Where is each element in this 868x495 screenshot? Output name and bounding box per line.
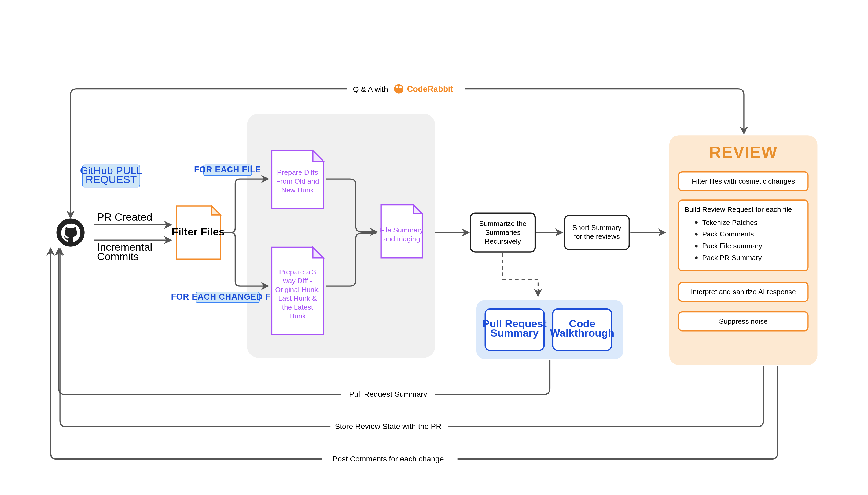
return3-label: Post Comments for each change <box>332 455 444 463</box>
for-each-changed-tag: FOR EACH CHANGED FILE <box>171 292 284 303</box>
github-pull-request-badge: GitHub PULL REQUEST <box>80 165 142 187</box>
prepare-diffs-node: Prepare Diffs From Old and New Hunk <box>272 151 323 208</box>
bullet-tokenize: Tokenize Patches <box>702 219 758 226</box>
svg-point-29 <box>695 233 698 236</box>
review-title: REVIEW <box>709 143 778 161</box>
svg-text:Summaries: Summaries <box>485 228 521 237</box>
filter-files-label: Filter Files <box>172 226 225 238</box>
svg-text:Short Summary: Short Summary <box>572 224 622 232</box>
svg-text:Prepare Diffs: Prepare Diffs <box>277 168 318 176</box>
svg-point-30 <box>695 244 698 247</box>
brand-name: CodeRabbit <box>407 84 453 94</box>
return1-label: Pull Request Summary <box>349 390 427 398</box>
svg-point-35 <box>400 86 402 88</box>
svg-text:and triaging: and triaging <box>383 235 420 243</box>
svg-text:File Summary: File Summary <box>380 226 424 234</box>
svg-text:Original Hunk,: Original Hunk, <box>275 286 320 294</box>
svg-text:Prepare a 3: Prepare a 3 <box>279 268 316 276</box>
for-each-file-tag: FOR EACH FILE <box>194 165 261 175</box>
github-pr-line2: REQUEST <box>86 173 137 185</box>
svg-text:Summary: Summary <box>490 327 538 339</box>
svg-text:the Latest: the Latest <box>282 303 313 311</box>
review-panel: REVIEW Filter files with cosmetic change… <box>669 135 817 365</box>
for-each-changed-text: FOR EACH CHANGED FILE <box>171 292 284 302</box>
filter-files-node: Filter Files <box>172 206 225 259</box>
file-summary-node: File Summary and triaging <box>380 205 424 258</box>
summarize-node: Summarize the Summaries Recursively <box>471 213 535 252</box>
svg-point-28 <box>695 221 698 224</box>
svg-text:way Diff -: way Diff - <box>283 277 312 285</box>
summary-walkthrough-panel: Pull Request Summary Code Walkthrough <box>476 300 623 359</box>
svg-text:New Hunk: New Hunk <box>281 186 314 194</box>
review-interpret-text: Interpret and sanitize AI response <box>691 288 796 296</box>
bullet-pack-pr: Pack PR Summary <box>702 254 762 262</box>
label-incremental-l2: Commits <box>97 251 139 262</box>
bullet-pack-file: Pack File summary <box>702 242 762 250</box>
svg-point-34 <box>396 86 398 88</box>
qa-label-group: Q & A with CodeRabbit <box>347 82 465 95</box>
review-build-header: Build Review Request for each file <box>685 205 792 214</box>
review-filter-cosmetic-text: Filter files with cosmetic changes <box>692 177 795 185</box>
review-suppress-text: Suppress noise <box>719 317 768 325</box>
svg-text:From Old and: From Old and <box>276 177 319 185</box>
svg-text:Walkthrough: Walkthrough <box>550 327 615 339</box>
split-top-curve <box>224 179 247 233</box>
svg-text:Summarize the: Summarize the <box>479 220 527 228</box>
svg-point-33 <box>394 84 403 94</box>
return2-label: Store Review State with the PR <box>335 422 442 430</box>
svg-text:Hunk: Hunk <box>289 312 306 320</box>
github-icon <box>56 218 85 246</box>
label-pr-created: PR Created <box>97 211 152 223</box>
svg-text:Recursively: Recursively <box>485 237 521 245</box>
svg-text:for the reviews: for the reviews <box>574 233 620 240</box>
qa-prefix: Q & A with <box>353 85 388 93</box>
svg-text:Last  Hunk &: Last Hunk & <box>279 294 317 302</box>
for-each-file-text: FOR EACH FILE <box>194 165 261 174</box>
diagram-canvas: GitHub PULL REQUEST PR Created Increment… <box>0 0 868 495</box>
svg-point-31 <box>695 256 698 259</box>
svg-point-0 <box>56 218 85 246</box>
short-summary-node: Short Summary for the reviews <box>565 216 629 250</box>
bullet-pack-comments: Pack Comments <box>702 230 754 238</box>
split-bot-curve <box>224 233 247 286</box>
dashed-to-summary-panel <box>503 253 538 295</box>
prepare-3way-node: Prepare a 3 way Diff - Original Hunk, La… <box>272 247 323 334</box>
